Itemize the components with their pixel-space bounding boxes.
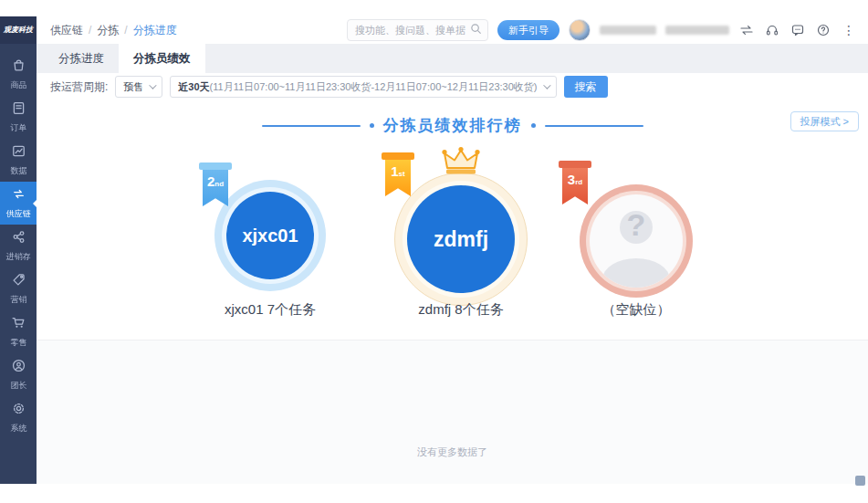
message-icon[interactable]: [790, 22, 806, 38]
search-button[interactable]: 搜索: [564, 76, 608, 98]
sidebar-item-label: 商品: [10, 79, 26, 90]
marketing-icon: [11, 272, 26, 291]
filter-bar: 按运营周期: 预售 近30天(11月11日07:00~11月11日23:30收货…: [37, 73, 868, 100]
sidebar-item-label: 数据: [10, 165, 26, 176]
main-area: 供应链 / 分拣 / 分拣进度 新手引导 ⋮: [37, 16, 868, 484]
cycle-select[interactable]: 预售: [115, 76, 162, 98]
sorter-task-label: xjxc01 7个任务: [193, 301, 348, 319]
data-icon: [11, 143, 26, 162]
redacted-account: [665, 26, 729, 35]
rank-badge-1st: 1st: [382, 152, 414, 196]
floating-widget[interactable]: [855, 476, 865, 486]
topbar: 供应链 / 分拣 / 分拣进度 新手引导 ⋮: [37, 16, 868, 44]
question-mark: ?: [590, 207, 683, 243]
breadcrumb-separator: /: [124, 24, 127, 37]
cycle-filter-label: 按运营周期:: [50, 79, 108, 95]
tab-sorter-performance[interactable]: 分拣员绩效: [119, 44, 205, 73]
brand-logo: 观麦科技: [0, 16, 37, 44]
ribbon-cap: [559, 161, 591, 168]
goods-icon: [11, 58, 26, 77]
retail-icon: [11, 315, 26, 334]
sidebar-item-marketing[interactable]: 营销: [0, 267, 37, 310]
chevron-down-icon: [543, 81, 550, 89]
sidebar-nav: 商品 订单 数据 供应链 进销存 营销: [0, 44, 37, 439]
supply-chain-icon: [11, 186, 26, 205]
topbar-right: 新手引导 ⋮: [347, 19, 857, 41]
ribbon-cap: [199, 162, 232, 170]
rank-badge-label: 2nd: [207, 174, 224, 188]
vacant-label: （空缺位）: [559, 301, 714, 319]
silhouette-body: [602, 258, 670, 288]
cycle-select-value: 预售: [123, 80, 143, 94]
search-input[interactable]: [355, 25, 470, 36]
breadcrumb: 供应链 / 分拣 / 分拣进度: [50, 23, 177, 38]
chevron-down-icon: [150, 81, 157, 89]
orders-icon: [11, 100, 26, 120]
sidebar-item-data[interactable]: 数据: [0, 139, 37, 182]
global-search[interactable]: [347, 19, 488, 41]
crown-icon: [441, 146, 481, 181]
sidebar-item-goods[interactable]: 商品: [0, 53, 37, 96]
breadcrumb-separator: /: [89, 24, 91, 37]
sidebar-item-inventory[interactable]: 进销存: [0, 225, 37, 267]
system-icon: [11, 401, 26, 420]
sidebar-item-label: 进销存: [5, 251, 30, 262]
breadcrumb-item[interactable]: 供应链: [50, 23, 83, 38]
sorter-name: zdmfj: [407, 185, 515, 293]
medal-3rd-vacant[interactable]: ?: [580, 184, 693, 298]
rank-badge-3rd: 3rd: [559, 161, 591, 204]
sidebar: 观麦科技 商品 订单 数据 供应链 进销存: [0, 16, 37, 484]
redacted-username: [600, 26, 656, 35]
breadcrumb-current: 分拣进度: [133, 23, 177, 38]
breadcrumb-item[interactable]: 分拣: [97, 23, 119, 38]
inventory-icon: [11, 229, 26, 248]
sidebar-item-orders[interactable]: 订单: [0, 96, 37, 139]
leader-icon: [11, 358, 26, 377]
vacant-avatar-placeholder: ?: [590, 194, 683, 288]
support-icon[interactable]: [764, 22, 780, 38]
sidebar-item-system[interactable]: 系统: [0, 396, 37, 439]
no-more-data-text: 没有更多数据了: [37, 445, 868, 459]
sorter-task-label: zdmfj 8个任务: [383, 301, 539, 319]
title-dot-right: [531, 123, 536, 128]
title-dot-left: [370, 123, 374, 128]
sidebar-item-label: 营销: [10, 294, 26, 305]
help-icon[interactable]: [815, 22, 831, 38]
tab-bar: 分拣进度 分拣员绩效: [37, 44, 868, 73]
sidebar-item-label: 系统: [10, 423, 26, 434]
swap-account-icon[interactable]: [738, 22, 755, 38]
date-range-detail: (11月11日07:00~11月11日23:30收货-12月11日07:00~1…: [210, 81, 538, 92]
search-icon[interactable]: [470, 22, 482, 38]
empty-list-area: 没有更多数据了: [37, 340, 868, 484]
ranking-panel: 投屏模式 > 分拣员绩效排行榜 2nd xjxc01 xjxc01 7个任务: [37, 100, 868, 340]
newbie-guide-button[interactable]: 新手引导: [497, 20, 559, 40]
sidebar-item-label: 订单: [10, 122, 26, 133]
app-window: 观麦科技 商品 订单 数据 供应链 进销存: [0, 0, 868, 503]
date-range-prefix: 近30天: [178, 81, 209, 92]
ranking-title-row: 分拣员绩效排行榜: [37, 115, 868, 136]
more-icon[interactable]: ⋮: [841, 22, 857, 38]
sidebar-item-leader[interactable]: 团长: [0, 353, 37, 396]
title-line-left: [262, 125, 361, 127]
ribbon-cap: [382, 152, 414, 160]
sidebar-item-retail[interactable]: 零售: [0, 310, 37, 353]
date-range-value: 近30天(11月11日07:00~11月11日23:30收货-12月11日07:…: [178, 80, 537, 94]
rank-badge-label: 3rd: [568, 173, 582, 186]
tab-sorting-progress[interactable]: 分拣进度: [44, 44, 119, 73]
title-line-right: [545, 125, 643, 127]
page-title: 分拣员绩效排行榜: [383, 115, 522, 136]
sidebar-item-label: 供应链: [5, 208, 30, 219]
rank-badge-2nd: 2nd: [199, 162, 232, 206]
rank-badge-label: 1st: [391, 164, 404, 178]
sidebar-item-supply-chain[interactable]: 供应链: [0, 182, 37, 225]
sorter-name: xjxc01: [226, 192, 314, 279]
sidebar-item-label: 零售: [10, 337, 26, 348]
sidebar-item-label: 团长: [10, 380, 26, 391]
date-range-select[interactable]: 近30天(11月11日07:00~11月11日23:30收货-12月11日07:…: [170, 76, 556, 98]
avatar[interactable]: [569, 19, 591, 41]
